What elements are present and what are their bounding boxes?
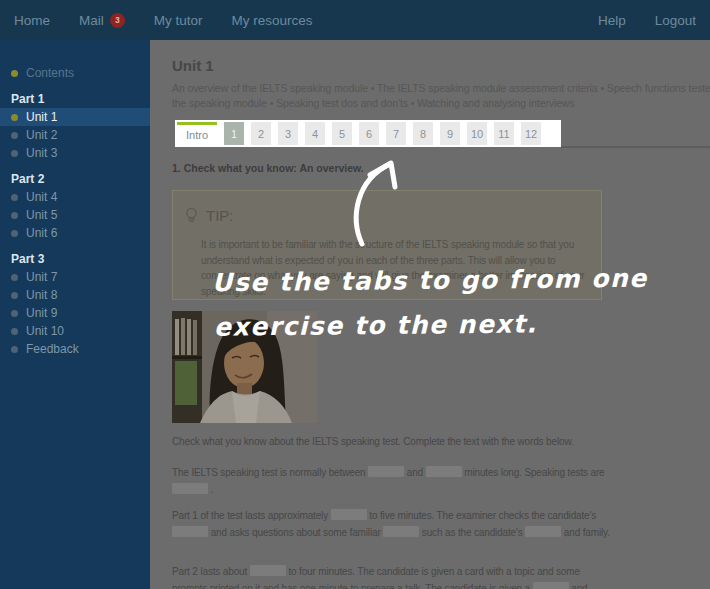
navbar-right: HelpLogout bbox=[598, 13, 696, 28]
top-navbar: HomeMail3My tutorMy resources HelpLogout bbox=[0, 0, 710, 40]
tutorial-annotation-line1: Use the tabs to go from one bbox=[212, 264, 648, 298]
sidebar-part-title: Part 2 bbox=[0, 170, 150, 188]
exercise-instruction: Check what you know about the IELTS spea… bbox=[172, 436, 632, 447]
tab-8[interactable]: 8 bbox=[413, 122, 433, 145]
sidebar-item-label: Unit 10 bbox=[26, 324, 64, 338]
tab-strip-border-dimmed bbox=[561, 146, 710, 148]
answer-blank[interactable] bbox=[250, 565, 286, 576]
tip-label: TIP: bbox=[206, 207, 234, 224]
tab-3[interactable]: 3 bbox=[278, 122, 298, 145]
sidebar-part-title: Part 1 bbox=[0, 90, 150, 108]
tab-9[interactable]: 9 bbox=[440, 122, 460, 145]
answer-blank[interactable] bbox=[172, 526, 208, 537]
tab-10[interactable]: 10 bbox=[467, 122, 487, 145]
sidebar-item-label: Unit 3 bbox=[26, 146, 57, 160]
bullet-icon bbox=[11, 212, 18, 219]
bullet-icon bbox=[11, 114, 18, 121]
cloze-paragraph-1: The IELTS speaking test is normally betw… bbox=[172, 464, 614, 498]
unit-description: An overview of the IELTS speaking module… bbox=[172, 81, 710, 111]
sidebar-item-unit-5[interactable]: Unit 5 bbox=[0, 206, 150, 224]
nav-home[interactable]: Home bbox=[14, 13, 50, 28]
exercise-tabs: Intro123456789101112 bbox=[177, 122, 561, 145]
navbar-left: HomeMail3My tutorMy resources bbox=[14, 13, 313, 28]
tabs-spotlight: Intro123456789101112 bbox=[175, 120, 561, 147]
tab-1[interactable]: 1 bbox=[224, 122, 244, 145]
sidebar-item-unit-1[interactable]: Unit 1 bbox=[0, 108, 150, 126]
nav-my-tutor-label: My tutor bbox=[154, 13, 203, 28]
page-title: Unit 1 bbox=[172, 57, 214, 74]
tab-7[interactable]: 7 bbox=[386, 122, 406, 145]
answer-blank[interactable] bbox=[525, 526, 561, 537]
tip-heading-row: TIP: bbox=[185, 207, 234, 224]
sidebar-item-label: Unit 2 bbox=[26, 128, 57, 142]
exercise-heading: 1. Check what you know: An overview. bbox=[172, 162, 364, 174]
nav-logout-label: Logout bbox=[655, 13, 696, 28]
tab-4[interactable]: 4 bbox=[305, 122, 325, 145]
bullet-icon bbox=[11, 132, 18, 139]
nav-my-resources[interactable]: My resources bbox=[232, 13, 313, 28]
bullet-icon bbox=[11, 230, 18, 237]
sidebar-contents-label: Contents bbox=[26, 66, 74, 80]
answer-blank[interactable] bbox=[426, 466, 462, 477]
sidebar-item-unit-7[interactable]: Unit 7 bbox=[0, 268, 150, 286]
bullet-icon bbox=[11, 150, 18, 157]
sidebar-item-label: Unit 6 bbox=[26, 226, 57, 240]
tab-12[interactable]: 12 bbox=[521, 122, 541, 145]
sidebar-item-label: Unit 8 bbox=[26, 288, 57, 302]
bullet-icon bbox=[11, 328, 18, 335]
nav-mail-label: Mail bbox=[79, 13, 104, 28]
sidebar-item-label: Unit 5 bbox=[26, 208, 57, 222]
cloze-paragraph-3: Part 2 lasts about to four minutes. The … bbox=[172, 563, 614, 589]
nav-help[interactable]: Help bbox=[598, 13, 626, 28]
answer-blank[interactable] bbox=[331, 509, 367, 520]
tab-intro[interactable]: Intro bbox=[177, 122, 217, 145]
sidebar-item-label: Unit 7 bbox=[26, 270, 57, 284]
bullet-icon bbox=[11, 346, 18, 353]
tab-11[interactable]: 11 bbox=[494, 122, 514, 145]
sidebar-item-unit-10[interactable]: Unit 10 bbox=[0, 322, 150, 340]
nav-logout[interactable]: Logout bbox=[655, 13, 696, 28]
tutorial-arrow bbox=[340, 148, 410, 258]
tab-2[interactable]: 2 bbox=[251, 122, 271, 145]
sidebar-item-unit-2[interactable]: Unit 2 bbox=[0, 126, 150, 144]
bullet-icon bbox=[11, 194, 18, 201]
bullet-icon bbox=[11, 310, 18, 317]
sidebar-item-unit-9[interactable]: Unit 9 bbox=[0, 304, 150, 322]
sidebar-sections: Part 1Unit 1Unit 2Unit 3Part 2Unit 4Unit… bbox=[0, 90, 150, 358]
sidebar-item-unit-6[interactable]: Unit 6 bbox=[0, 224, 150, 242]
sidebar-item-feedback[interactable]: Feedback bbox=[0, 340, 150, 358]
sidebar-item-label: Unit 9 bbox=[26, 306, 57, 320]
nav-my-resources-label: My resources bbox=[232, 13, 313, 28]
sidebar: Contents Part 1Unit 1Unit 2Unit 3Part 2U… bbox=[0, 40, 150, 589]
nav-mail[interactable]: Mail3 bbox=[79, 13, 125, 28]
nav-help-label: Help bbox=[598, 13, 626, 28]
sidebar-part-title: Part 3 bbox=[0, 250, 150, 268]
sidebar-item-unit-4[interactable]: Unit 4 bbox=[0, 188, 150, 206]
bullet-icon bbox=[11, 292, 18, 299]
answer-blank[interactable] bbox=[383, 526, 419, 537]
sidebar-item-label: Feedback bbox=[26, 342, 79, 356]
sidebar-item-label: Unit 4 bbox=[26, 190, 57, 204]
bullet-icon bbox=[11, 70, 18, 77]
answer-blank[interactable] bbox=[533, 582, 569, 589]
sidebar-item-unit-3[interactable]: Unit 3 bbox=[0, 144, 150, 162]
answer-blank[interactable] bbox=[368, 466, 404, 477]
nav-home-label: Home bbox=[14, 13, 50, 28]
tab-5[interactable]: 5 bbox=[332, 122, 352, 145]
main-content-dimmed: Unit 1 An overview of the IELTS speaking… bbox=[150, 40, 710, 589]
lightbulb-icon bbox=[185, 207, 198, 224]
bullet-icon bbox=[11, 274, 18, 281]
sidebar-item-label: Unit 1 bbox=[26, 110, 57, 124]
answer-blank[interactable] bbox=[172, 483, 208, 494]
tab-6[interactable]: 6 bbox=[359, 122, 379, 145]
mail-badge: 3 bbox=[110, 13, 125, 28]
cloze-paragraph-2: Part 1 of the test lasts approximately t… bbox=[172, 507, 614, 541]
nav-my-tutor[interactable]: My tutor bbox=[154, 13, 203, 28]
tutorial-annotation-line2: exercise to the next. bbox=[214, 309, 538, 341]
sidebar-item-contents[interactable]: Contents bbox=[0, 64, 150, 82]
sidebar-item-unit-8[interactable]: Unit 8 bbox=[0, 286, 150, 304]
